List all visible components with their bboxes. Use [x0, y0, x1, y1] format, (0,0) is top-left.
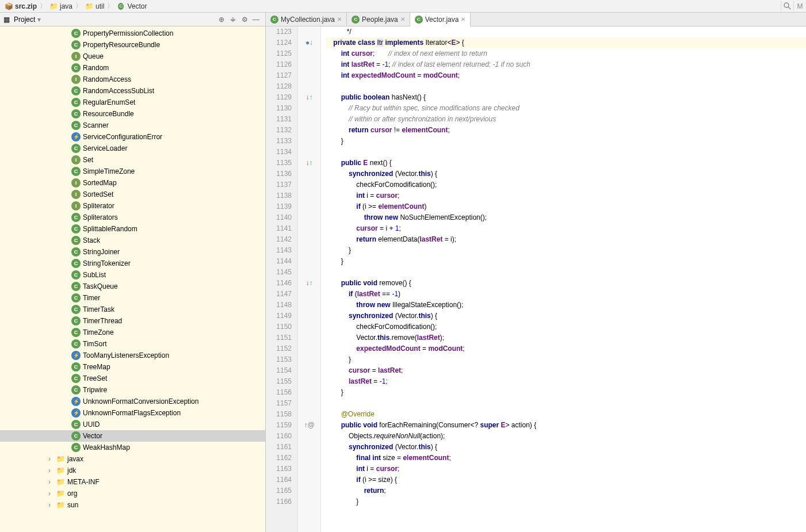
tree-item-set[interactable]: ISet: [0, 154, 265, 166]
exception-icon: ⚡: [71, 351, 81, 360]
class-icon: C: [71, 385, 81, 395]
tree-item-stringtokenizer[interactable]: CStringTokenizer: [0, 258, 265, 269]
tree-item-label: WeakHashMap: [83, 443, 130, 451]
exception-icon: ⚡: [71, 408, 81, 418]
tree-item-serviceconfigurationerror[interactable]: ⚡ServiceConfigurationError: [0, 131, 265, 143]
tree-item-timer[interactable]: CTimer: [0, 292, 265, 304]
close-icon[interactable]: ✕: [400, 16, 405, 22]
scroll-from-source-button[interactable]: ⊕: [216, 14, 227, 25]
tree-package-sun[interactable]: ›📁sun: [0, 499, 265, 511]
expand-icon[interactable]: ›: [48, 489, 55, 497]
class-icon: C: [352, 16, 360, 24]
settings-button[interactable]: ⚙: [239, 14, 250, 25]
project-sidebar: ▦ Project ▾ ⊕ ≑ ⚙ — CPropertyPermissionC…: [0, 13, 266, 532]
tree-item-label: Tripwire: [83, 386, 107, 394]
tree-item-unknownformatflagsexception[interactable]: ⚡UnknownFormatFlagsException: [0, 407, 265, 419]
tree-item-random[interactable]: CRandom: [0, 62, 265, 74]
tree-item-spliterator[interactable]: ISpliterator: [0, 200, 265, 212]
gutter-marks[interactable]: ●↓↓↑↓↑↓↑↑@: [298, 26, 321, 532]
tree-package-meta-inf[interactable]: ›📁META-INF: [0, 476, 265, 488]
expand-icon[interactable]: ›: [48, 455, 55, 463]
tree-item-vector[interactable]: CVector: [0, 430, 265, 442]
dropdown-icon[interactable]: ▾: [37, 16, 41, 24]
class-icon: C: [71, 443, 81, 452]
expand-icon[interactable]: ›: [48, 501, 55, 509]
tree-package-jdk[interactable]: ›📁jdk: [0, 465, 265, 476]
tree-item-timezone[interactable]: CTimeZone: [0, 327, 265, 338]
tree-item-taskqueue[interactable]: CTaskQueue: [0, 281, 265, 292]
collapse-all-button[interactable]: ≑: [227, 14, 239, 25]
tree-item-resourcebundle[interactable]: CResourceBundle: [0, 108, 265, 120]
archive-icon: 📦: [5, 2, 13, 10]
class-icon: C: [71, 270, 81, 280]
tree-item-treeset[interactable]: CTreeSet: [0, 373, 265, 384]
tree-item-label: UnknownFormatFlagsException: [83, 409, 181, 417]
tree-item-timerthread[interactable]: CTimerThread: [0, 315, 265, 327]
tree-item-label: ResourceBundle: [83, 110, 134, 118]
tree-item-label: RegularEnumSet: [83, 98, 135, 106]
class-icon: C: [71, 121, 81, 130]
tree-item-timertask[interactable]: CTimerTask: [0, 304, 265, 315]
code-editor[interactable]: 1123112411251126112711281129113011311132…: [266, 26, 806, 532]
breadcrumb-item[interactable]: src.zip: [15, 2, 37, 10]
tree-item-splittablerandom[interactable]: CSplittableRandom: [0, 223, 265, 235]
breadcrumb-item[interactable]: Vector: [127, 2, 147, 10]
project-tree[interactable]: CPropertyPermissionCollectionCPropertyRe…: [0, 26, 265, 532]
tree-item-regularenumset[interactable]: CRegularEnumSet: [0, 97, 265, 108]
search-everywhere-button[interactable]: [781, 1, 793, 12]
tab-label: Vector.java: [425, 16, 459, 24]
tree-item-weakhashmap[interactable]: CWeakHashMap: [0, 442, 265, 453]
tree-item-simpletimezone[interactable]: CSimpleTimeZone: [0, 166, 265, 177]
code-content[interactable]: */ private class Itr implements Iterator…: [321, 26, 806, 532]
tree-item-treemap[interactable]: CTreeMap: [0, 361, 265, 373]
tree-item-label: Stack: [83, 236, 100, 244]
class-icon: C: [71, 29, 81, 38]
tab-mycollection[interactable]: CMyCollection.java✕: [266, 13, 347, 26]
expand-icon[interactable]: ›: [48, 478, 55, 486]
tree-package-org[interactable]: ›📁org: [0, 488, 265, 499]
tree-item-label: TreeMap: [83, 363, 110, 371]
tree-item-toomanylistenersexception[interactable]: ⚡TooManyListenersException: [0, 350, 265, 361]
tree-item-spliterators[interactable]: CSpliterators: [0, 212, 265, 223]
tree-item-label: TreeSet: [83, 374, 107, 382]
line-number-gutter[interactable]: 1123112411251126112711281129113011311132…: [266, 26, 298, 532]
tab-people[interactable]: CPeople.java✕: [347, 13, 410, 26]
tree-item-label: ServiceConfigurationError: [83, 133, 162, 141]
tree-item-uuid[interactable]: CUUID: [0, 419, 265, 430]
folder-icon: 📁: [56, 455, 65, 463]
tree-item-timsort[interactable]: CTimSort: [0, 338, 265, 350]
close-icon[interactable]: ✕: [461, 16, 465, 22]
tree-item-sublist[interactable]: CSubList: [0, 269, 265, 281]
tree-package-javax[interactable]: ›📁javax: [0, 453, 265, 465]
breadcrumb-item[interactable]: java: [60, 2, 72, 10]
editor-area: CMyCollection.java✕CPeople.java✕CVector.…: [266, 13, 806, 532]
interface-icon: I: [71, 190, 81, 199]
tree-item-unknownformatconversionexception[interactable]: ⚡UnknownFormatConversionException: [0, 396, 265, 407]
maven-tool-button[interactable]: M: [793, 1, 806, 12]
class-icon: C: [71, 431, 81, 441]
close-icon[interactable]: ✕: [337, 16, 342, 22]
tree-item-randomaccesssublist[interactable]: CRandomAccessSubList: [0, 85, 265, 97]
tree-item-propertypermissioncollection[interactable]: CPropertyPermissionCollection: [0, 28, 265, 39]
folder-icon: 📁: [56, 489, 65, 497]
tree-item-propertyresourcebundle[interactable]: CPropertyResourceBundle: [0, 39, 265, 51]
expand-icon[interactable]: ›: [48, 466, 55, 474]
project-title[interactable]: Project: [14, 16, 35, 24]
tree-item-scanner[interactable]: CScanner: [0, 120, 265, 131]
tree-item-serviceloader[interactable]: CServiceLoader: [0, 143, 265, 154]
tree-item-tripwire[interactable]: CTripwire: [0, 384, 265, 396]
tree-item-stringjoiner[interactable]: CStringJoiner: [0, 246, 265, 258]
tree-item-label: TimerTask: [83, 305, 114, 313]
tree-item-randomaccess[interactable]: IRandomAccess: [0, 74, 265, 85]
tree-item-label: PropertyResourceBundle: [83, 41, 160, 49]
tree-item-sortedset[interactable]: ISortedSet: [0, 189, 265, 200]
class-icon: C: [71, 167, 81, 176]
hide-button[interactable]: —: [250, 14, 262, 25]
tree-item-queue[interactable]: IQueue: [0, 51, 265, 62]
tab-vector[interactable]: CVector.java✕: [410, 13, 471, 26]
tree-item-label: Random: [83, 64, 109, 72]
breadcrumb-item[interactable]: util: [96, 2, 104, 10]
tree-item-stack[interactable]: CStack: [0, 235, 265, 246]
tree-item-sortedmap[interactable]: ISortedMap: [0, 177, 265, 189]
class-icon: C: [71, 328, 81, 337]
